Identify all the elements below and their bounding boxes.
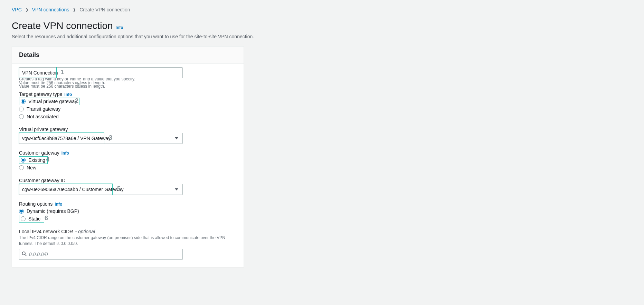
page-description: Select the resources and additional conf… (12, 34, 632, 39)
field-routing-options: Routing options Info Dynamic (requires B… (19, 201, 237, 223)
name-tag-input[interactable] (19, 67, 183, 78)
radio-label-na: Not associated (27, 114, 59, 119)
radio-static[interactable]: Static (19, 215, 44, 223)
local-cidr-label: Local IPv4 network CIDR (19, 229, 73, 234)
radio-label-existing: Existing (28, 157, 45, 163)
radio-label-dynamic: Dynamic (requires BGP) (27, 208, 79, 214)
radio-icon (21, 99, 26, 104)
breadcrumb-vpc[interactable]: VPC (12, 7, 22, 12)
radio-icon (19, 107, 24, 111)
radio-dynamic[interactable]: Dynamic (requires BGP) (19, 207, 237, 215)
radio-label-static: Static (28, 216, 40, 222)
field-customer-gateway: Customer gateway Info Existing 4 New (19, 150, 237, 171)
radio-not-associated[interactable]: Not associated (19, 113, 237, 120)
local-cidr-input[interactable] (19, 249, 183, 260)
annotation-5: 5 (117, 185, 121, 193)
info-link-cust-gw[interactable]: Info (61, 151, 69, 156)
caret-down-icon (175, 188, 178, 190)
local-cidr-desc: The IPv4 CIDR range on the customer gate… (19, 235, 237, 247)
annotation-6: 6 (45, 215, 48, 222)
cust-gw-id-label: Customer gateway ID (19, 178, 66, 183)
field-target-gateway-type: Target gateway type Info Virtual private… (19, 91, 237, 120)
field-name-tag-real: 1 Value must be 256 characters or less i… (19, 67, 237, 85)
breadcrumb-vpn-connections[interactable]: VPN connections (32, 7, 69, 12)
breadcrumb: VPC ❯ VPN connections ❯ Create VPN conne… (12, 7, 632, 12)
local-cidr-optional: - optional (75, 229, 95, 234)
radio-new[interactable]: New (19, 164, 237, 171)
info-link-target-gw[interactable]: Info (64, 92, 72, 97)
radio-label-vpg: Virtual private gateway (28, 99, 77, 104)
chevron-right-icon: ❯ (25, 7, 29, 12)
breadcrumb-current: Create VPN connection (79, 7, 130, 12)
panel-header: Details (12, 47, 244, 64)
panel-title: Details (19, 51, 237, 59)
field-vpg-select: Virtual private gateway vgw-0cf6ac8b8a75… (19, 127, 237, 144)
caret-down-icon (175, 137, 178, 139)
vpg-select[interactable]: vgw-0cf6ac8b8a7578a6e / VPN Gateway (19, 133, 183, 144)
radio-label-tgw: Transit gateway (27, 106, 60, 112)
info-link-routing[interactable]: Info (55, 202, 62, 207)
radio-transit-gateway[interactable]: Transit gateway (19, 105, 237, 113)
radio-existing[interactable]: Existing (19, 156, 48, 164)
vpg-label: Virtual private gateway (19, 127, 68, 132)
info-link-page[interactable]: Info (116, 25, 123, 30)
details-panel: Details Name tag - optional Creates a ta… (12, 46, 244, 267)
page-title: Create VPN connection (12, 20, 113, 32)
radio-icon (21, 216, 26, 221)
target-gw-label: Target gateway type (19, 91, 62, 97)
radio-label-new: New (27, 165, 36, 170)
radio-icon (21, 158, 26, 163)
chevron-right-icon: ❯ (73, 7, 76, 12)
field-local-cidr: Local IPv4 network CIDR - optional The I… (19, 229, 237, 260)
name-tag-hint: Value must be 256 characters or less in … (19, 80, 237, 85)
annotation-1: 1 (60, 69, 64, 76)
vpg-selected-value: vgw-0cf6ac8b8a7578a6e / VPN Gateway (22, 136, 111, 141)
field-cust-gw-id: Customer gateway ID cgw-0e269066a70e04ab… (19, 178, 237, 195)
radio-icon (19, 165, 24, 170)
annotation-2: 2 (75, 97, 78, 105)
annotation-4: 4 (46, 156, 49, 163)
cust-gw-id-selected-value: cgw-0e269066a70e04abb / Customer Gateway (22, 187, 123, 192)
radio-icon (19, 114, 24, 119)
cust-gw-id-select[interactable]: cgw-0e269066a70e04abb / Customer Gateway (19, 184, 183, 195)
radio-icon (19, 209, 24, 214)
cust-gw-label: Customer gateway (19, 150, 59, 156)
routing-label: Routing options (19, 201, 53, 207)
radio-virtual-private-gateway[interactable]: Virtual private gateway (19, 98, 79, 105)
annotation-3: 3 (109, 134, 112, 141)
